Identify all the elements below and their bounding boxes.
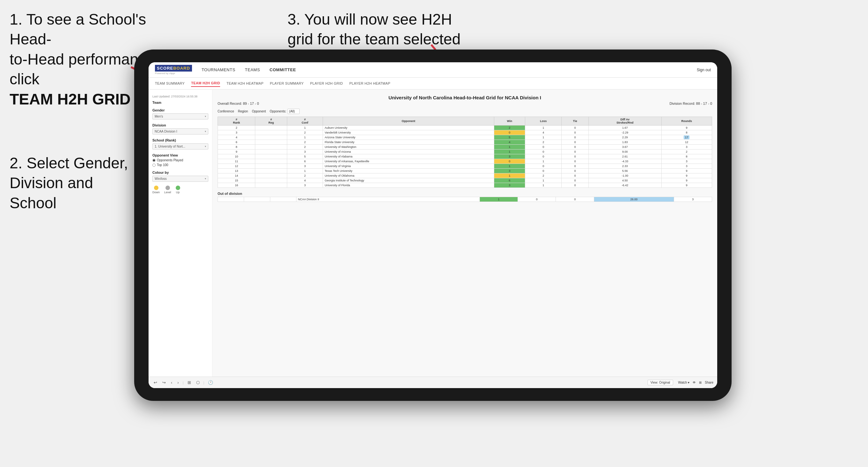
cell-rounds: 3 [661, 145, 712, 150]
cell-rank: 12 [218, 164, 255, 169]
table-row: 14 2 University of Oklahoma 1 2 0 -1.00 … [218, 174, 712, 178]
watch-button[interactable]: Watch ▾ [678, 381, 690, 384]
back-button[interactable]: ‹ [169, 379, 174, 385]
cell-loss: 2 [525, 140, 562, 145]
radio-top-100[interactable]: Top 100 [152, 163, 208, 167]
cell-reg [255, 169, 287, 174]
cell-reg [255, 164, 287, 169]
cell-loss: 4 [525, 130, 562, 135]
cell-opponent: Arizona State University [323, 135, 494, 140]
cell-rounds: 17 [661, 135, 712, 140]
cell-tie: 0 [562, 164, 589, 169]
cell-win: 3 [494, 183, 525, 188]
redo-button[interactable]: ↪ [161, 379, 167, 385]
logo-score: SCORE [157, 66, 173, 71]
nav-link-tournaments[interactable]: TOURNAMENTS [202, 66, 236, 73]
tab-team-summary[interactable]: TEAM SUMMARY [155, 80, 185, 87]
cell-win: 5 [494, 135, 525, 140]
tab-team-h2h-grid[interactable]: TEAM H2H GRID [191, 80, 220, 87]
sidebar-colour-select[interactable]: Win/loss ▾ [152, 176, 208, 182]
cell-rounds: 8 [661, 130, 712, 135]
cell-rounds: 9 [661, 183, 712, 188]
cell-diff: 5.56 [588, 169, 661, 174]
cell-loss: 1 [525, 183, 562, 188]
radio-opponents-played[interactable]: Opponents Played [152, 158, 208, 162]
cell-win: 4 [494, 140, 525, 145]
opponent-filter-label: Opponent [252, 110, 266, 113]
cell-win: 2 [494, 126, 525, 130]
cell-opponent: University of Arkansas, Fayetteville [323, 159, 494, 164]
share-button[interactable]: Share [705, 381, 713, 384]
forward-button[interactable]: › [176, 379, 180, 385]
tablet-device: SCOREBOARD Powered by clippi TOURNAMENTS… [134, 50, 732, 401]
cell-diff: 2.61 [588, 154, 661, 159]
sidebar-colour-label: Colour by [152, 170, 208, 175]
ood-conf [270, 197, 296, 202]
cell-opponent: Texas Tech University [323, 169, 494, 174]
sidebar: Last Updated: 27/03/2024 16:55:38 Team G… [149, 90, 212, 377]
cell-tie: 0 [562, 135, 589, 140]
ood-tie: 0 [556, 197, 594, 202]
tab-player-summary[interactable]: PLAYER SUMMARY [270, 80, 304, 87]
cell-reg [255, 178, 287, 183]
sidebar-school-select[interactable]: 1. University of Nort... ▾ [152, 144, 208, 150]
cell-diff: 1.67 [588, 126, 661, 130]
cell-rounds: 3 [661, 159, 712, 164]
table-row: 8 2 University of Washington 1 0 0 3.67 … [218, 145, 712, 150]
cell-loss: 0 [525, 154, 562, 159]
school-chevron-icon: ▾ [205, 145, 206, 148]
cell-conf: 2 [287, 130, 323, 135]
sidebar-gender-section: Gender Men's ▾ [152, 108, 208, 120]
cell-diff: 2.29 [588, 135, 661, 140]
tab-player-h2h-heatmap[interactable]: PLAYER H2H HEATMAP [349, 80, 390, 87]
cell-win: 3 [494, 154, 525, 159]
division-record: Division Record: 88 - 17 - 0 [670, 101, 712, 105]
cell-rank: 8 [218, 145, 255, 150]
cell-reg [255, 145, 287, 150]
cell-tie: 0 [562, 178, 589, 183]
cell-tie: 0 [562, 159, 589, 164]
tab-team-h2h-heatmap[interactable]: TEAM H2H HEATMAP [226, 80, 264, 87]
view-original-button[interactable]: View: Original [648, 380, 673, 385]
clock-button[interactable]: 🕐 [207, 379, 214, 385]
legend-level-dot [165, 186, 170, 190]
paste-button[interactable]: ⬡ [195, 379, 201, 385]
ood-diff: 26.00 [594, 197, 674, 202]
sub-tabs-bar: TEAM SUMMARY TEAM H2H GRID TEAM H2H HEAT… [149, 77, 717, 90]
cell-win: 0 [494, 159, 525, 164]
cell-win: 1 [494, 164, 525, 169]
overall-record: Overall Record: 89 - 17 - 0 [218, 101, 259, 105]
cell-tie: 0 [562, 130, 589, 135]
legend-up-dot [176, 186, 180, 190]
sidebar-division-section: Division NCAA Division I ▾ [152, 123, 208, 134]
copy-button[interactable]: ⊞ [186, 379, 192, 385]
cell-conf: 3 [287, 150, 323, 154]
toolbar-sep-2: | [204, 381, 205, 384]
nav-link-committee[interactable]: COMMITTEE [270, 66, 296, 73]
cell-conf: 1 [287, 126, 323, 130]
sidebar-school-section: School (Rank) 1. University of Nort... ▾ [152, 138, 208, 150]
cell-conf: 3 [287, 183, 323, 188]
cell-reg [255, 174, 287, 178]
cell-reg [255, 140, 287, 145]
undo-button[interactable]: ↩ [152, 379, 158, 385]
filter-region: Region [238, 110, 248, 113]
sidebar-division-select[interactable]: NCAA Division I ▾ [152, 128, 208, 134]
sidebar-gender-select[interactable]: Men's ▾ [152, 114, 208, 120]
filter-conference: Conference [218, 110, 234, 113]
col-opponent: Opponent [323, 117, 494, 126]
tab-player-h2h-grid[interactable]: PLAYER H2H GRID [310, 80, 343, 87]
cell-rounds: 9 [661, 174, 712, 178]
opponents-select[interactable]: (All) [287, 108, 300, 114]
radio-dot-opponents-played [152, 159, 156, 162]
cell-loss: 1 [525, 126, 562, 130]
col-conf: #Conf [287, 117, 323, 126]
nav-sign-out[interactable]: Sign out [697, 68, 711, 72]
toolbar-icon-2[interactable]: ⊞ [699, 381, 702, 384]
cell-tie: 0 [562, 183, 589, 188]
toolbar-icon-1[interactable]: 👁 [692, 381, 696, 384]
cell-conf: 5 [287, 154, 323, 159]
opponents-filter-label: Opponents: [270, 110, 286, 113]
gender-chevron-icon: ▾ [205, 115, 206, 118]
nav-link-teams[interactable]: TEAMS [245, 66, 260, 73]
